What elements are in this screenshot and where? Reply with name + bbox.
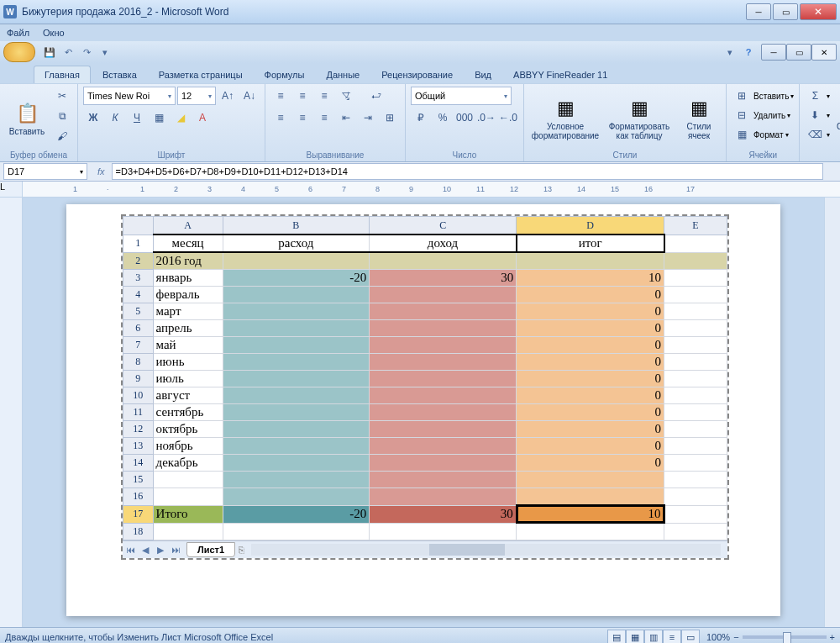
cell[interactable] <box>664 320 727 337</box>
cell[interactable] <box>664 505 727 523</box>
align-bottom-icon[interactable]: ≡ <box>314 87 334 105</box>
clear-icon[interactable]: ⌫ <box>805 125 825 144</box>
sheet-nav-prev-icon[interactable]: ◀ <box>138 545 153 556</box>
cell[interactable]: март <box>153 303 223 320</box>
zoom-slider[interactable] <box>743 635 827 639</box>
page-scroll[interactable]: A B C D E 1 месяц расход доход итог <box>23 198 824 627</box>
cell[interactable] <box>664 354 727 371</box>
cell[interactable]: август <box>153 387 223 404</box>
cell[interactable] <box>223 252 370 270</box>
tab-abbyy[interactable]: ABBYY FineReader 11 <box>503 66 617 83</box>
view-outline-icon[interactable]: ≡ <box>663 630 681 643</box>
delete-cells-label[interactable]: Удалить <box>753 111 785 120</box>
help-icon[interactable]: ? <box>739 44 758 61</box>
qat-undo-icon[interactable]: ↶ <box>59 44 77 61</box>
cell[interactable]: 0 <box>517 320 664 337</box>
dec-decimal-icon[interactable]: ←.0 <box>498 108 518 127</box>
font-size-combo[interactable]: 12▾ <box>177 87 216 105</box>
cell[interactable] <box>370 387 517 404</box>
cell[interactable]: ноябрь <box>153 438 223 455</box>
col-header-a[interactable]: A <box>153 217 223 235</box>
qat-customize-icon[interactable]: ▾ <box>96 44 114 61</box>
cell[interactable] <box>664 472 727 488</box>
cell[interactable] <box>370 337 517 354</box>
cell[interactable] <box>370 421 517 438</box>
cell[interactable] <box>223 287 370 303</box>
cell[interactable]: 0 <box>517 371 664 387</box>
row-header[interactable]: 2 <box>123 252 154 270</box>
cell[interactable] <box>370 354 517 371</box>
cell[interactable] <box>664 387 727 404</box>
format-cells-icon[interactable]: ▦ <box>732 125 752 144</box>
cell[interactable] <box>664 455 727 472</box>
cell[interactable] <box>153 523 223 540</box>
close-button[interactable]: ✕ <box>800 3 837 20</box>
row-header[interactable]: 4 <box>123 287 154 303</box>
row-header[interactable]: 11 <box>123 404 154 421</box>
cell[interactable]: 0 <box>517 303 664 320</box>
doc-close-button[interactable]: ✕ <box>811 44 837 61</box>
formula-input[interactable]: =D3+D4+D5+D6+D7+D8+D9+D10+D11+D12+D13+D1… <box>112 163 823 180</box>
cell[interactable] <box>664 488 727 506</box>
cell[interactable] <box>664 404 727 421</box>
tab-layout[interactable]: Разметка страницы <box>149 66 253 83</box>
embedded-excel-object[interactable]: A B C D E 1 месяц расход доход итог <box>121 214 729 560</box>
cell[interactable]: 30 <box>370 270 517 287</box>
cell[interactable]: 0 <box>517 455 664 472</box>
wrap-text-button[interactable]: ⮐ <box>366 87 386 105</box>
cell-selected[interactable]: 10 <box>517 505 664 523</box>
cell[interactable]: январь <box>153 270 223 287</box>
tab-view[interactable]: Вид <box>465 66 501 83</box>
minimize-button[interactable]: ─ <box>746 3 771 20</box>
cell[interactable]: октябрь <box>153 421 223 438</box>
cell[interactable] <box>664 337 727 354</box>
cell[interactable] <box>370 488 517 506</box>
vertical-scrollbar[interactable] <box>824 198 840 627</box>
cell[interactable]: июнь <box>153 354 223 371</box>
cell[interactable] <box>517 252 664 270</box>
horizontal-ruler[interactable]: 1·1234567891011121314151617 <box>23 182 840 197</box>
row-header[interactable]: 8 <box>123 354 154 371</box>
conditional-format-button[interactable]: ▦Условное форматирование <box>529 87 601 149</box>
cell[interactable]: 10 <box>517 270 664 287</box>
row-header[interactable]: 18 <box>123 523 154 540</box>
cell[interactable] <box>223 354 370 371</box>
new-sheet-icon[interactable]: ⎘ <box>239 545 244 555</box>
col-header-c[interactable]: C <box>370 217 517 235</box>
qat-redo-icon[interactable]: ↷ <box>77 44 96 61</box>
delete-cells-icon[interactable]: ⊟ <box>732 106 752 124</box>
cell[interactable] <box>223 371 370 387</box>
row-header[interactable]: 12 <box>123 421 154 438</box>
font-color-button[interactable]: A <box>192 108 213 127</box>
doc-minimize-button[interactable]: ─ <box>761 44 786 61</box>
border-button[interactable]: ▦ <box>149 108 169 127</box>
cell[interactable] <box>153 472 223 488</box>
sheet-nav-first-icon[interactable]: ⏮ <box>123 545 138 556</box>
cell[interactable]: расход <box>223 235 370 252</box>
cell-styles-button[interactable]: ▦Стили ячеек <box>677 87 721 149</box>
cell[interactable]: апрель <box>153 320 223 337</box>
menu-file[interactable]: Файл <box>7 28 29 38</box>
row-header[interactable]: 3 <box>123 270 154 287</box>
shrink-font-icon[interactable]: A↓ <box>239 87 260 105</box>
comma-icon[interactable]: 000 <box>454 108 475 127</box>
insert-cells-label[interactable]: Вставить <box>753 92 789 101</box>
tab-insert[interactable]: Вставка <box>92 66 147 83</box>
row-header[interactable]: 16 <box>123 488 154 506</box>
bold-button[interactable]: Ж <box>83 108 103 127</box>
cell[interactable]: 2016 год <box>153 252 223 270</box>
row-header[interactable]: 17 <box>123 505 154 523</box>
menu-window[interactable]: Окно <box>43 28 65 38</box>
cell[interactable] <box>517 523 664 540</box>
cell[interactable]: сентябрь <box>153 404 223 421</box>
cell[interactable] <box>370 472 517 488</box>
cell[interactable] <box>664 421 727 438</box>
cell[interactable] <box>370 455 517 472</box>
col-header-d[interactable]: D <box>517 217 664 235</box>
tab-review[interactable]: Рецензирование <box>371 66 463 83</box>
align-middle-icon[interactable]: ≡ <box>292 87 312 105</box>
maximize-button[interactable]: ▭ <box>773 3 798 20</box>
cell[interactable] <box>370 252 517 270</box>
view-draft-icon[interactable]: ▭ <box>681 630 700 643</box>
row-header[interactable]: 15 <box>123 472 154 488</box>
